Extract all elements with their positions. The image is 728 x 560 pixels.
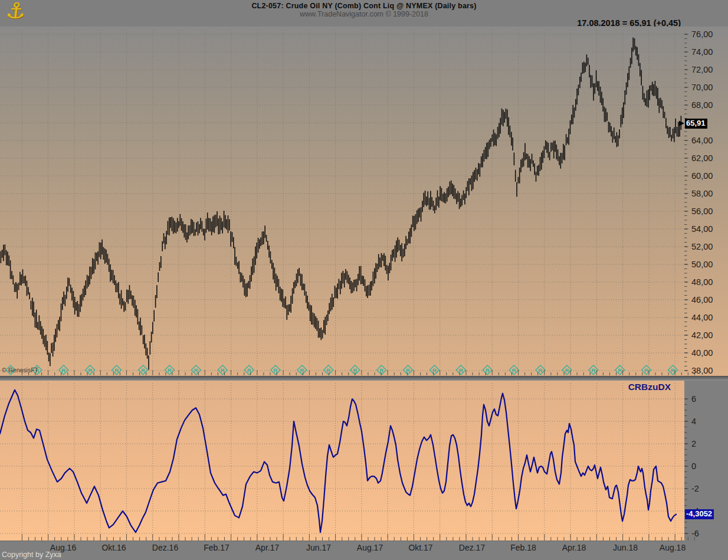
trade-navigator-chart-window: ⚓ CL2-057: Crude Oil NY (Comb) Cont Liq … — [0, 0, 728, 560]
svg-text:42,00: 42,00 — [691, 330, 713, 340]
svg-text:0: 0 — [691, 461, 696, 471]
time-axis-label: Okt.17 — [408, 543, 432, 552]
time-axis-label: Aug.18 — [660, 543, 686, 552]
svg-text:R: R — [459, 367, 463, 374]
svg-text:60,00: 60,00 — [691, 171, 713, 181]
svg-text:R: R — [644, 367, 648, 374]
svg-text:R: R — [591, 367, 595, 374]
last-price-tag: 65,91 — [685, 119, 707, 129]
chart-title: CL2-057: Crude Oil NY (Comb) Cont Liq @ … — [0, 2, 728, 10]
svg-text:R: R — [168, 367, 172, 374]
svg-text:R: R — [406, 367, 410, 374]
svg-text:R: R — [618, 367, 622, 374]
svg-text:R: R — [114, 367, 119, 374]
svg-text:R: R — [432, 367, 437, 374]
svg-text:46,00: 46,00 — [691, 295, 713, 304]
svg-text:R: R — [565, 367, 569, 374]
svg-text:R: R — [247, 367, 251, 374]
svg-text:R: R — [486, 367, 490, 374]
svg-text:52,00: 52,00 — [691, 242, 713, 251]
svg-text:R: R — [353, 367, 357, 374]
time-axis-label: Apr.17 — [255, 543, 279, 552]
time-axis-label: Dez.16 — [152, 543, 178, 552]
time-axis-label: Feb.18 — [510, 543, 536, 552]
svg-text:R: R — [539, 367, 543, 374]
time-axis-label: Dez.17 — [459, 543, 485, 552]
svg-text:72,00: 72,00 — [691, 65, 713, 74]
svg-text:70,00: 70,00 — [691, 83, 713, 92]
svg-text:R: R — [88, 367, 92, 374]
time-axis-label: Okt.16 — [101, 543, 126, 552]
svg-text:R: R — [274, 367, 278, 374]
time-axis-label: Jun.18 — [613, 543, 638, 552]
svg-text:R: R — [379, 367, 383, 374]
svg-text:4: 4 — [691, 417, 696, 426]
svg-text:R: R — [61, 367, 65, 374]
svg-text:40,00: 40,00 — [691, 348, 713, 358]
genesis-watermark: © GenesisFT — [2, 366, 38, 374]
svg-text:2: 2 — [691, 439, 696, 448]
svg-text:R: R — [512, 367, 516, 374]
svg-text:62,00: 62,00 — [691, 153, 713, 163]
indicator-name-label: CRBzuDX — [628, 382, 671, 392]
svg-text:76,00: 76,00 — [691, 30, 713, 39]
copyright-note: Copyright by Zyxa — [2, 551, 61, 559]
svg-text:50,00: 50,00 — [691, 260, 713, 269]
svg-text:68,00: 68,00 — [691, 100, 713, 110]
time-axis-label: Jun.17 — [306, 543, 331, 552]
svg-text:R: R — [194, 367, 198, 374]
time-axis-label: Feb.17 — [204, 543, 229, 552]
time-axis-label: Apr.18 — [562, 543, 586, 552]
svg-text:R: R — [221, 367, 225, 374]
indicator-panel-background — [0, 381, 684, 541]
svg-text:64,00: 64,00 — [691, 136, 713, 145]
svg-text:56,00: 56,00 — [691, 207, 713, 216]
vendor-watermark: www.TradeNavigator.com © 1999-2018 — [0, 10, 728, 18]
svg-text:R: R — [141, 367, 145, 374]
svg-text:-2: -2 — [691, 484, 699, 493]
price-chart-panel[interactable]: RRRRRRRRRRRRRRRRRRRRRRRRRR 76,0074,0072,… — [0, 27, 728, 376]
panel-divider[interactable] — [0, 376, 728, 381]
svg-text:R: R — [326, 367, 330, 374]
svg-text:74,00: 74,00 — [691, 47, 713, 57]
svg-text:R: R — [671, 367, 675, 374]
svg-text:38,00: 38,00 — [691, 366, 713, 375]
indicator-value-tag: -4,3052 — [685, 509, 714, 519]
svg-text:54,00: 54,00 — [691, 224, 713, 234]
svg-text:-6: -6 — [691, 529, 699, 538]
time-axis-label: Aug.17 — [357, 543, 383, 552]
time-axis: Aug.16Okt.16Dez.16Feb.17Apr.17Jun.17Aug.… — [0, 541, 728, 560]
svg-text:58,00: 58,00 — [691, 189, 713, 198]
svg-text:48,00: 48,00 — [691, 277, 713, 287]
svg-text:R: R — [300, 367, 304, 374]
svg-text:6: 6 — [691, 394, 696, 404]
price-panel-background — [0, 27, 728, 376]
svg-text:44,00: 44,00 — [691, 313, 713, 322]
indicator-chart-panel[interactable]: 6420-2-4-6 CRBzuDX — [0, 381, 728, 541]
